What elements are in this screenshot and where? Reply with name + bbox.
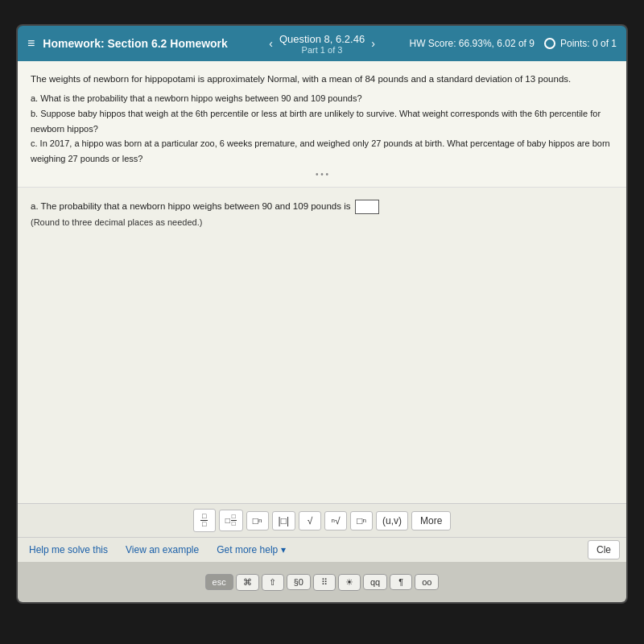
bottom-bar: Help me solve this View an example Get m… (18, 537, 626, 562)
fraction-button[interactable]: □ □ (193, 509, 216, 532)
absolute-value-button[interactable]: |□| (272, 511, 295, 530)
s0-key[interactable]: §0 (287, 574, 311, 590)
header-title: Homework: Section 6.2 Homework (43, 37, 228, 50)
exponent-button[interactable]: □n (246, 511, 269, 530)
question-intro: The weights of newborn for hippopotami i… (31, 72, 613, 86)
header-right: HW Score: 66.93%, 6.02 of 9 Points: 0 of… (410, 38, 617, 49)
next-question-arrow[interactable]: › (371, 37, 375, 50)
para-key[interactable]: ¶ (390, 574, 412, 590)
hw-score-label: HW Score: 66.93%, 6.02 of 9 (410, 38, 535, 49)
more-button[interactable]: More (411, 511, 451, 530)
sqrt-button[interactable]: √ (299, 511, 321, 530)
points-label: Points: 0 of 1 (560, 38, 617, 49)
answer-prompt-a: a. The probability that a newborn hippo … (31, 199, 613, 214)
question-info: Question 8, 6.2.46 Part 1 of 3 (279, 33, 365, 55)
grid-key[interactable]: ⠿ (313, 574, 336, 591)
subscript-button[interactable]: □n (350, 511, 373, 530)
oo-key[interactable]: oo (415, 574, 439, 590)
answer-area: a. The probability that a newborn hippo … (18, 188, 626, 503)
header-bar: ≡ Homework: Section 6.2 Homework ‹ Quest… (18, 26, 626, 61)
norm-button[interactable]: (u,v) (376, 511, 408, 530)
help-me-solve-link[interactable]: Help me solve this (29, 544, 108, 555)
cmd-key[interactable]: ⌘ (236, 574, 259, 591)
view-example-link[interactable]: View an example (126, 544, 199, 555)
sub-questions: a. What is the probability that a newbor… (31, 91, 613, 166)
menu-icon[interactable]: ≡ (27, 36, 35, 51)
header-center: ‹ Question 8, 6.2.46 Part 1 of 3 › (269, 33, 375, 55)
sub-question-a: a. What is the probability that a newbor… (31, 91, 613, 106)
math-toolbar: □ □ □ □ □ □n |□| √ n√ □n (u,v) More (18, 503, 626, 537)
question-label: Question 8, 6.2.46 (279, 33, 365, 45)
qq-key[interactable]: qq (363, 574, 387, 590)
round-note: (Round to three decimal places as needed… (31, 217, 613, 227)
expand-icon[interactable]: • • • (31, 170, 613, 179)
esc-key[interactable]: esc (205, 574, 233, 590)
main-content: The weights of newborn for hippopotami i… (18, 61, 626, 562)
sun-key[interactable]: ☀ (338, 574, 361, 591)
prev-question-arrow[interactable]: ‹ (269, 37, 273, 50)
clear-button[interactable]: Cle (588, 540, 620, 559)
sub-question-b: b. Suppose baby hippos that weigh at the… (31, 106, 613, 136)
nth-root-button[interactable]: n√ (324, 511, 347, 530)
mixed-fraction-button[interactable]: □ □ □ (219, 510, 243, 531)
points-circle-icon (544, 38, 555, 49)
sub-question-c: c. In 2017, a hippo was born at a partic… (31, 136, 613, 166)
part-label: Part 1 of 3 (279, 45, 365, 55)
get-more-help-link[interactable]: Get more help ▾ (217, 544, 285, 555)
question-area: The weights of newborn for hippopotami i… (18, 61, 626, 188)
answer-input-a[interactable] (355, 200, 379, 214)
shift-key[interactable]: ⇧ (262, 574, 284, 591)
keyboard-area: esc ⌘ ⇧ §0 ⠿ ☀ qq ¶ oo (18, 562, 626, 602)
